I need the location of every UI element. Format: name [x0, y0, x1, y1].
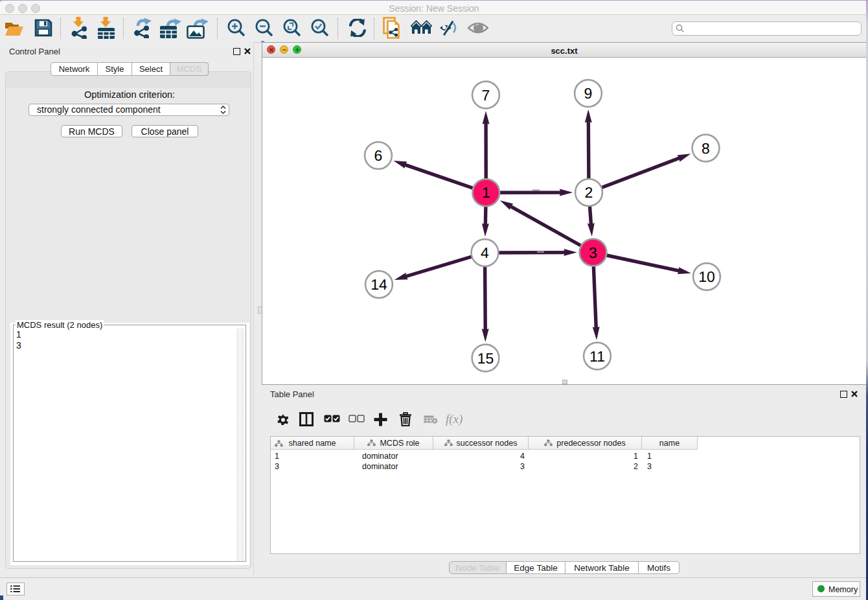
svg-text:1: 1 [482, 184, 490, 201]
svg-text:6: 6 [374, 147, 383, 164]
svg-text:7: 7 [482, 87, 490, 104]
svg-text:8: 8 [702, 140, 710, 157]
svg-text:10: 10 [698, 268, 715, 285]
svg-text:3: 3 [589, 244, 597, 261]
svg-text:9: 9 [584, 85, 593, 102]
svg-text:2: 2 [585, 184, 593, 201]
svg-text:11: 11 [589, 348, 605, 365]
svg-text:4: 4 [481, 244, 489, 261]
svg-text:14: 14 [371, 276, 387, 293]
svg-text:15: 15 [477, 350, 494, 367]
